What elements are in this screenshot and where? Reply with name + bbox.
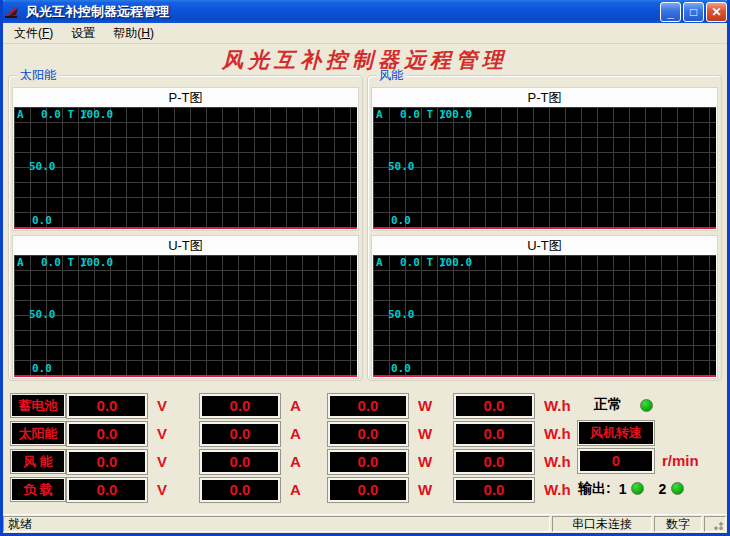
y-max-tick: 100.0 bbox=[80, 256, 113, 269]
y-mid-tick: 50.0 bbox=[388, 308, 415, 321]
client-area: 风光互补控制器远程管理 太阳能 P-T图 A 0.0 T / 100.0 50.… bbox=[3, 44, 727, 514]
y-mid-tick: 50.0 bbox=[388, 160, 415, 173]
row-label-wind: 风 能 bbox=[11, 450, 65, 473]
solar-voltage-display: 0.0 bbox=[67, 422, 147, 446]
unit-watt: W bbox=[408, 425, 454, 442]
wind-voltage-display: 0.0 bbox=[67, 450, 147, 474]
solar-pt-plot: A 0.0 T / 100.0 50.0 0.0 bbox=[14, 107, 357, 229]
status-bar: 就绪 串口未连接 数字 bbox=[3, 514, 727, 533]
menu-file[interactable]: 文件(F) bbox=[5, 23, 62, 44]
load-current-display: 0.0 bbox=[200, 478, 280, 502]
y-max-tick: 100.0 bbox=[439, 108, 472, 121]
menu-help[interactable]: 帮助(H) bbox=[104, 23, 163, 44]
status-ready: 就绪 bbox=[3, 516, 550, 532]
maximize-button[interactable]: □ bbox=[683, 2, 704, 22]
battery-voltage-display: 0.0 bbox=[67, 394, 147, 418]
fan-speed-display: 0 bbox=[578, 449, 654, 473]
output2-led bbox=[671, 482, 684, 495]
window-controls: _ □ ✕ bbox=[660, 2, 727, 22]
load-energy-display: 0.0 bbox=[454, 478, 534, 502]
app-window: 风光互补控制器远程管理 _ □ ✕ 文件(F) 设置 帮助(H) 风光互补控制器… bbox=[0, 0, 730, 536]
output1-number: 1 bbox=[619, 481, 627, 497]
groupbox-wind: 风能 P-T图 A 0.0 T / 100.0 50.0 0.0 U-T图 A bbox=[367, 75, 722, 381]
wind-power-display: 0.0 bbox=[328, 450, 408, 474]
y-mid-tick: 50.0 bbox=[29, 308, 56, 321]
solar-pt-chart: P-T图 A 0.0 T / 100.0 50.0 0.0 bbox=[12, 87, 359, 231]
unit-watt: W bbox=[408, 481, 454, 498]
wind-pt-plot: A 0.0 T / 100.0 50.0 0.0 bbox=[373, 107, 716, 229]
y-axis-unit: A bbox=[17, 108, 24, 121]
row-label-load: 负 载 bbox=[11, 478, 65, 501]
chart-groups: 太阳能 P-T图 A 0.0 T / 100.0 50.0 0.0 U-T图 A bbox=[3, 75, 727, 381]
system-status-row: 正常 bbox=[578, 392, 721, 419]
y-min-tick: 0.0 bbox=[32, 214, 52, 227]
status-mode: 数字 bbox=[654, 516, 702, 532]
y-min-tick: 0.0 bbox=[391, 214, 411, 227]
solar-energy-display: 0.0 bbox=[454, 422, 534, 446]
unit-watthour: W.h bbox=[534, 425, 578, 442]
unit-watthour: W.h bbox=[534, 397, 578, 414]
output2-number: 2 bbox=[658, 481, 666, 497]
chart-title: P-T图 bbox=[13, 88, 358, 107]
load-voltage-display: 0.0 bbox=[67, 478, 147, 502]
output1-led bbox=[631, 482, 644, 495]
unit-amp: A bbox=[280, 453, 328, 470]
solar-ut-plot: A 0.0 T / 100.0 50.0 0.0 bbox=[14, 255, 357, 377]
battery-current-display: 0.0 bbox=[200, 394, 280, 418]
unit-watthour: W.h bbox=[534, 453, 578, 470]
battery-power-display: 0.0 bbox=[328, 394, 408, 418]
page-title: 风光互补控制器远程管理 bbox=[3, 48, 727, 72]
y-axis-unit: A bbox=[17, 256, 24, 269]
groupbox-wind-label: 风能 bbox=[376, 69, 406, 82]
output-label: 输出: bbox=[578, 480, 611, 498]
solar-power-display: 0.0 bbox=[328, 422, 408, 446]
groupbox-solar: 太阳能 P-T图 A 0.0 T / 100.0 50.0 0.0 U-T图 A bbox=[8, 75, 363, 381]
groupbox-solar-label: 太阳能 bbox=[17, 69, 59, 82]
outputs-row: 输出: 1 2 bbox=[578, 475, 721, 502]
y-mid-tick: 50.0 bbox=[29, 160, 56, 173]
chart-title: U-T图 bbox=[372, 236, 717, 255]
minimize-button[interactable]: _ bbox=[660, 2, 681, 22]
fan-speed-unit: r/min bbox=[662, 452, 699, 469]
wind-pt-chart: P-T图 A 0.0 T / 100.0 50.0 0.0 bbox=[371, 87, 718, 231]
titlebar[interactable]: 风光互补控制器远程管理 _ □ ✕ bbox=[0, 0, 730, 23]
unit-watt: W bbox=[408, 397, 454, 414]
unit-amp: A bbox=[280, 481, 328, 498]
unit-amp: A bbox=[280, 397, 328, 414]
row-label-solar: 太阳能 bbox=[11, 422, 65, 445]
fan-speed-value-row: 0 r/min bbox=[578, 448, 721, 475]
y-axis-unit: A bbox=[376, 256, 383, 269]
chart-title: U-T图 bbox=[13, 236, 358, 255]
wind-current-display: 0.0 bbox=[200, 450, 280, 474]
unit-volt: V bbox=[147, 453, 200, 470]
unit-amp: A bbox=[280, 425, 328, 442]
wind-ut-chart: U-T图 A 0.0 T / 100.0 50.0 0.0 bbox=[371, 235, 718, 379]
unit-volt: V bbox=[147, 425, 200, 442]
solar-ut-chart: U-T图 A 0.0 T / 100.0 50.0 0.0 bbox=[12, 235, 359, 379]
battery-energy-display: 0.0 bbox=[454, 394, 534, 418]
app-icon bbox=[4, 4, 22, 19]
fan-speed-label-row: 风机转速 bbox=[578, 420, 721, 447]
row-label-battery: 蓄电池 bbox=[11, 394, 65, 417]
readings-panel: 蓄电池 0.0 V 0.0 A 0.0 W 0.0 W.h 正常 风机转速 0 … bbox=[3, 392, 727, 503]
load-power-display: 0.0 bbox=[328, 478, 408, 502]
y-max-tick: 100.0 bbox=[80, 108, 113, 121]
close-button[interactable]: ✕ bbox=[706, 2, 727, 22]
side-status-column: 正常 风机转速 0 r/min 输出: 1 2 bbox=[578, 392, 721, 503]
normal-status-led bbox=[640, 399, 653, 412]
wind-energy-display: 0.0 bbox=[454, 450, 534, 474]
y-axis-unit: A bbox=[376, 108, 383, 121]
y-max-tick: 100.0 bbox=[439, 256, 472, 269]
y-min-tick: 0.0 bbox=[391, 362, 411, 375]
solar-current-display: 0.0 bbox=[200, 422, 280, 446]
y-min-tick: 0.0 bbox=[32, 362, 52, 375]
fan-speed-label: 风机转速 bbox=[578, 421, 654, 445]
resize-grip[interactable] bbox=[704, 516, 726, 532]
unit-watt: W bbox=[408, 453, 454, 470]
unit-volt: V bbox=[147, 481, 200, 498]
menu-settings[interactable]: 设置 bbox=[62, 23, 104, 44]
wind-ut-plot: A 0.0 T / 100.0 50.0 0.0 bbox=[373, 255, 716, 377]
menu-bar: 文件(F) 设置 帮助(H) bbox=[3, 23, 727, 44]
status-serial: 串口未连接 bbox=[552, 516, 652, 532]
window-title: 风光互补控制器远程管理 bbox=[26, 3, 660, 21]
